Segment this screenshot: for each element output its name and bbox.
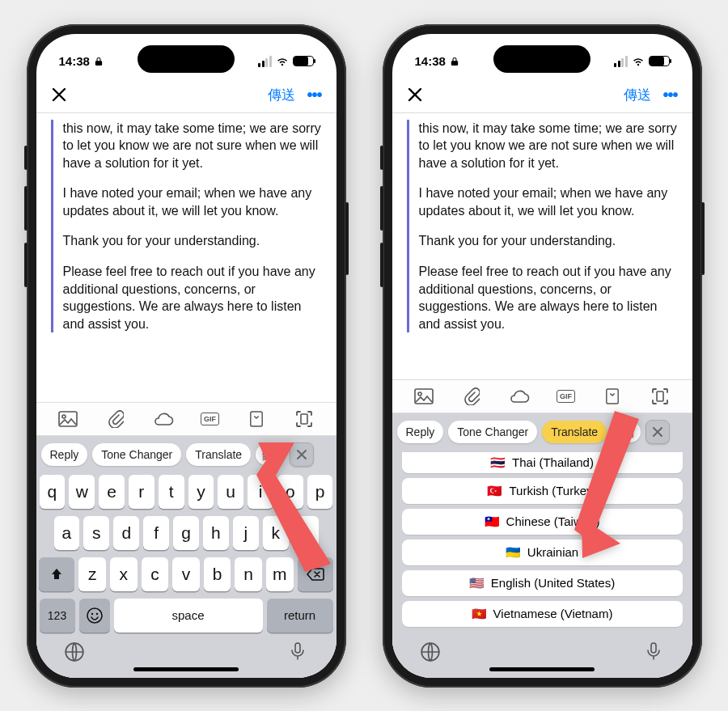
more-button[interactable]: ••• [662, 86, 677, 104]
space-key[interactable]: space [114, 599, 263, 633]
svg-point-6 [95, 612, 97, 614]
lang-label: Ukrainian [527, 545, 578, 559]
lock-icon [451, 57, 459, 66]
kb-row1: q w e r t y u i o p [40, 475, 333, 509]
key[interactable]: a [54, 516, 80, 550]
key[interactable]: y [188, 475, 214, 509]
key[interactable]: i [248, 475, 273, 509]
chip-translate[interactable]: Translate [542, 421, 607, 443]
chip-flag[interactable]: 🇺🇸 [256, 444, 285, 465]
lang-item-vietnamese[interactable]: 🇻🇳 Vietnamese (Vietnam) [402, 601, 683, 627]
svg-rect-9 [415, 389, 433, 404]
key[interactable]: m [266, 557, 294, 591]
lang-label: Vietnamese (Vietnam) [493, 607, 613, 620]
attach-icon[interactable] [105, 410, 126, 428]
phone-left: 14:38 傳送 ••• [27, 24, 346, 688]
chip-close[interactable] [290, 442, 314, 467]
more-button[interactable]: ••• [307, 86, 321, 104]
key[interactable]: z [78, 557, 106, 591]
key[interactable]: s [83, 516, 109, 550]
battery-icon [293, 56, 314, 66]
lang-item-turkish[interactable]: 🇹🇷 Turkish (Turkey) [402, 478, 683, 504]
key[interactable]: x [110, 557, 138, 591]
key[interactable]: j [233, 516, 259, 550]
quoted-text: this now, it may take some time; we are … [51, 120, 322, 333]
attachment-bar: GIF [392, 379, 692, 413]
key[interactable]: w [69, 475, 95, 509]
svg-rect-12 [657, 391, 663, 401]
svg-rect-8 [295, 643, 300, 653]
key[interactable]: l [293, 516, 319, 550]
lang-item-thai[interactable]: 🇹🇭 Thai (Thailand) [402, 452, 683, 473]
key[interactable]: c [142, 557, 169, 591]
chip-flag[interactable]: 🇺🇸 [612, 421, 641, 442]
key[interactable]: n [235, 557, 262, 591]
key[interactable]: v [172, 557, 200, 591]
backspace-key[interactable] [298, 557, 333, 591]
flag-icon: 🇺🇦 [506, 545, 521, 560]
svg-rect-3 [301, 414, 307, 424]
emoji-key[interactable] [79, 599, 110, 633]
cloud-icon[interactable] [509, 387, 530, 405]
compose-area[interactable]: this now, it may take some time; we are … [392, 113, 692, 379]
key[interactable]: f [143, 516, 169, 550]
shift-key[interactable] [39, 557, 74, 591]
signal-icon [258, 56, 272, 67]
key[interactable]: k [263, 516, 289, 550]
key[interactable]: o [277, 475, 303, 509]
key[interactable]: u [218, 475, 243, 509]
svg-rect-0 [59, 412, 77, 426]
globe-icon[interactable] [420, 641, 441, 662]
chip-translate[interactable]: Translate [186, 443, 251, 466]
cloud-icon[interactable] [153, 410, 174, 428]
status-time: 14:38 [59, 54, 90, 68]
battery-icon [649, 56, 670, 66]
return-key[interactable]: return [267, 599, 333, 633]
close-button[interactable] [407, 87, 423, 103]
key[interactable]: g [173, 516, 199, 550]
attach-icon[interactable] [461, 387, 482, 405]
home-indicator [133, 667, 239, 671]
compose-area[interactable]: this now, it may take some time; we are … [36, 113, 336, 402]
chip-close[interactable] [645, 420, 670, 444]
key[interactable]: q [40, 475, 66, 509]
home-indicator [489, 667, 595, 671]
lang-item-chinese-tw[interactable]: 🇹🇼 Chinese (Taiwan) [402, 509, 683, 535]
chip-tone[interactable]: Tone Changer [448, 421, 537, 443]
scan-icon[interactable] [650, 387, 671, 405]
send-button[interactable]: 傳送 [268, 86, 295, 104]
lang-item-ukrainian[interactable]: 🇺🇦 Ukrainian [402, 540, 683, 565]
key[interactable]: e [99, 475, 125, 509]
key[interactable]: b [204, 557, 231, 591]
wifi-icon [276, 57, 289, 66]
key[interactable]: h [203, 516, 229, 550]
key[interactable]: r [129, 475, 154, 509]
flag-icon: 🇹🇭 [490, 455, 506, 470]
lock-icon [95, 57, 103, 66]
scan-icon[interactable] [294, 410, 315, 428]
signal-icon [614, 56, 628, 67]
chip-tone[interactable]: Tone Changer [92, 443, 181, 466]
key[interactable]: p [307, 475, 333, 509]
close-button[interactable] [51, 87, 67, 103]
attachment-bar: GIF [36, 402, 336, 436]
chip-reply[interactable]: Reply [397, 421, 444, 443]
globe-icon[interactable] [64, 641, 85, 662]
status-time: 14:38 [415, 54, 446, 68]
photo-icon[interactable] [57, 410, 78, 428]
card-icon[interactable] [246, 410, 267, 428]
photo-icon[interactable] [413, 387, 434, 405]
lang-label: Turkish (Turkey) [509, 484, 596, 497]
gif-icon[interactable]: GIF [201, 413, 219, 425]
mic-icon[interactable] [288, 641, 309, 662]
key[interactable]: t [159, 475, 184, 509]
chip-reply[interactable]: Reply [41, 443, 88, 466]
key[interactable]: d [113, 516, 139, 550]
card-icon[interactable] [602, 387, 623, 405]
gif-icon[interactable]: GIF [557, 390, 575, 403]
lang-item-english-us[interactable]: 🇺🇸 English (United States) [402, 570, 683, 596]
mic-icon[interactable] [644, 641, 665, 662]
send-button[interactable]: 傳送 [624, 86, 651, 104]
num-key[interactable]: 123 [40, 599, 75, 633]
quoted-text: this now, it may take some time; we are … [407, 120, 678, 333]
